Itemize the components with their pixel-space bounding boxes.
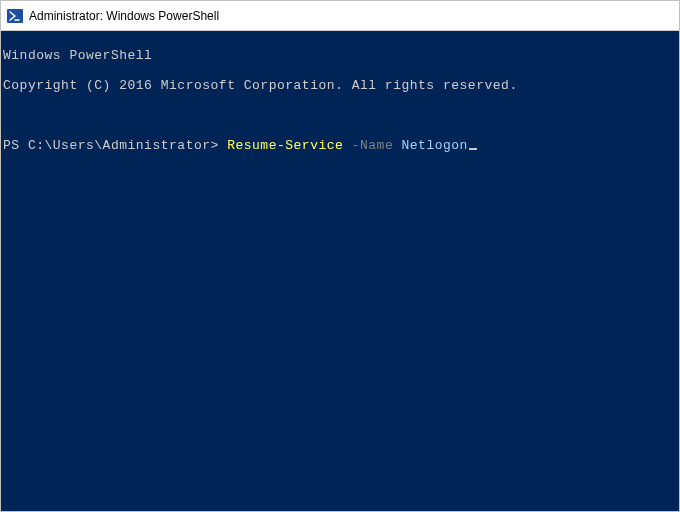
param-token: -Name [352, 138, 394, 153]
terminal-area[interactable]: Windows PowerShell Copyright (C) 2016 Mi… [1, 31, 679, 511]
window-title: Administrator: Windows PowerShell [29, 9, 219, 23]
powershell-icon [7, 8, 23, 24]
powershell-window: Administrator: Windows PowerShell Window… [0, 0, 680, 512]
banner-line: Windows PowerShell [3, 48, 679, 63]
cursor [469, 148, 477, 150]
blank-line [3, 108, 679, 123]
command-line[interactable]: PS C:\Users\Administrator> Resume-Servic… [3, 138, 679, 153]
prompt-text: PS C:\Users\Administrator> [3, 138, 227, 153]
banner-line: Copyright (C) 2016 Microsoft Corporation… [3, 78, 679, 93]
titlebar[interactable]: Administrator: Windows PowerShell [1, 1, 679, 31]
arg-token: Netlogon [402, 138, 468, 153]
cmdlet-token: Resume-Service [227, 138, 343, 153]
